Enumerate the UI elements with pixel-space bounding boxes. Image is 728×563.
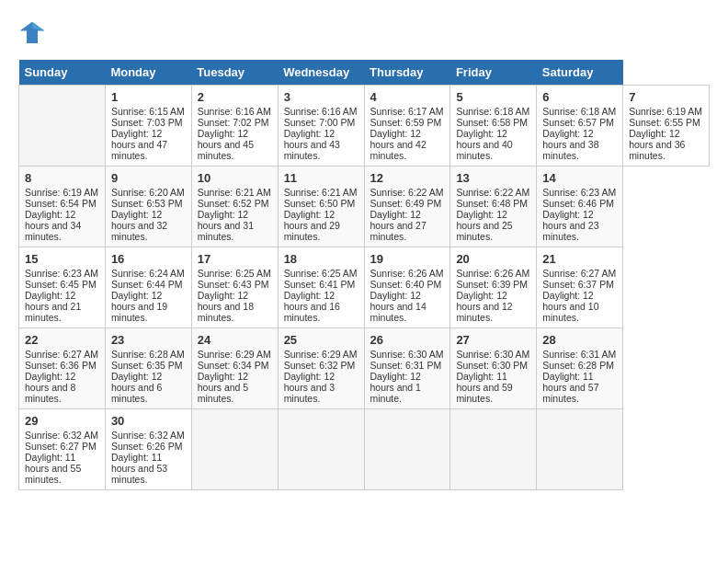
day-number: 3 [284,90,358,104]
sunset-text: Sunset: 6:32 PM [284,360,356,371]
day-header-tuesday: Tuesday [191,60,278,86]
daylight-text: Daylight: 12 hours and 12 minutes. [456,290,512,323]
day-number: 1 [111,90,186,104]
daylight-text: Daylight: 12 hours and 14 minutes. [370,290,427,323]
calendar-cell: 23Sunrise: 6:28 AMSunset: 6:35 PMDayligh… [105,328,191,409]
day-number: 25 [284,333,358,347]
logo [18,18,48,46]
sunrise-text: Sunrise: 6:26 AM [456,268,529,279]
calendar-cell: 18Sunrise: 6:25 AMSunset: 6:41 PMDayligh… [278,247,364,328]
sunset-text: Sunset: 6:37 PM [542,279,614,290]
sunset-text: Sunset: 6:44 PM [111,279,183,290]
page-header [18,18,710,46]
calendar-cell: 12Sunrise: 6:22 AMSunset: 6:49 PMDayligh… [364,167,450,247]
day-number: 8 [25,171,99,185]
sunset-text: Sunset: 6:45 PM [25,279,97,290]
daylight-text: Daylight: 12 hours and 23 minutes. [542,209,598,242]
sunrise-text: Sunrise: 6:30 AM [370,349,444,360]
daylight-text: Daylight: 12 hours and 16 minutes. [284,290,340,323]
day-number: 28 [542,333,617,347]
sunrise-text: Sunrise: 6:22 AM [370,187,444,198]
sunrise-text: Sunrise: 6:15 AM [111,106,185,117]
daylight-text: Daylight: 12 hours and 29 minutes. [284,209,340,242]
calendar-cell: 3Sunrise: 6:16 AMSunset: 7:00 PMDaylight… [278,86,364,167]
calendar-cell: 17Sunrise: 6:25 AMSunset: 6:43 PMDayligh… [191,247,278,328]
daylight-text: Daylight: 12 hours and 42 minutes. [370,128,427,161]
sunset-text: Sunset: 7:00 PM [284,117,356,128]
calendar-cell: 28Sunrise: 6:31 AMSunset: 6:28 PMDayligh… [537,328,623,409]
daylight-text: Daylight: 11 hours and 57 minutes. [542,371,598,404]
day-number: 21 [542,252,617,266]
sunrise-text: Sunrise: 6:18 AM [542,106,616,117]
day-number: 11 [284,171,358,185]
calendar-cell: 7Sunrise: 6:19 AMSunset: 6:55 PMDaylight… [623,86,710,167]
calendar-cell: 10Sunrise: 6:21 AMSunset: 6:52 PMDayligh… [191,167,278,247]
calendar-cell: 2Sunrise: 6:16 AMSunset: 7:02 PMDaylight… [191,86,278,167]
day-number: 5 [456,90,530,104]
calendar-cell: 27Sunrise: 6:30 AMSunset: 6:30 PMDayligh… [450,328,537,409]
sunset-text: Sunset: 6:27 PM [25,441,97,452]
sunrise-text: Sunrise: 6:21 AM [284,187,358,198]
sunset-text: Sunset: 7:03 PM [111,117,183,128]
sunset-text: Sunset: 7:02 PM [198,117,269,128]
day-number: 24 [198,333,272,347]
sunset-text: Sunset: 6:48 PM [456,198,528,209]
calendar-cell [19,86,106,167]
calendar-table: SundayMondayTuesdayWednesdayThursdayFrid… [18,60,710,490]
daylight-text: Daylight: 12 hours and 19 minutes. [111,290,167,323]
calendar-cell: 15Sunrise: 6:23 AMSunset: 6:45 PMDayligh… [19,247,106,328]
calendar-cell: 21Sunrise: 6:27 AMSunset: 6:37 PMDayligh… [537,247,623,328]
daylight-text: Daylight: 12 hours and 8 minutes. [25,371,75,404]
day-number: 14 [542,171,617,185]
day-number: 16 [111,252,186,266]
sunset-text: Sunset: 6:46 PM [542,198,614,209]
daylight-text: Daylight: 12 hours and 31 minutes. [198,209,254,242]
daylight-text: Daylight: 12 hours and 3 minutes. [284,371,335,404]
calendar-cell: 16Sunrise: 6:24 AMSunset: 6:44 PMDayligh… [105,247,191,328]
daylight-text: Daylight: 12 hours and 34 minutes. [25,209,81,242]
sunset-text: Sunset: 6:34 PM [198,360,269,371]
calendar-cell: 14Sunrise: 6:23 AMSunset: 6:46 PMDayligh… [537,167,623,247]
sunset-text: Sunset: 6:50 PM [284,198,356,209]
sunrise-text: Sunrise: 6:26 AM [370,268,444,279]
calendar-cell: 8Sunrise: 6:19 AMSunset: 6:54 PMDaylight… [19,167,106,247]
day-number: 4 [370,90,445,104]
day-number: 2 [198,90,272,104]
calendar-cell: 11Sunrise: 6:21 AMSunset: 6:50 PMDayligh… [278,167,364,247]
week-row-5: 29Sunrise: 6:32 AMSunset: 6:27 PMDayligh… [19,409,710,490]
sunrise-text: Sunrise: 6:19 AM [25,187,98,198]
calendar-cell [278,409,364,490]
calendar-cell [450,409,537,490]
day-number: 9 [111,171,186,185]
sunrise-text: Sunrise: 6:29 AM [198,349,271,360]
sunrise-text: Sunrise: 6:22 AM [456,187,529,198]
sunset-text: Sunset: 6:30 PM [456,360,528,371]
week-row-1: 1Sunrise: 6:15 AMSunset: 7:03 PMDaylight… [19,86,710,167]
day-number: 13 [456,171,530,185]
sunrise-text: Sunrise: 6:31 AM [542,349,616,360]
day-number: 10 [198,171,272,185]
daylight-text: Daylight: 12 hours and 40 minutes. [456,128,512,161]
logo-icon [18,18,46,46]
sunset-text: Sunset: 6:52 PM [198,198,269,209]
sunrise-text: Sunrise: 6:19 AM [629,106,702,117]
day-number: 26 [370,333,445,347]
sunset-text: Sunset: 6:43 PM [198,279,269,290]
daylight-text: Daylight: 12 hours and 47 minutes. [111,128,167,161]
daylight-text: Daylight: 12 hours and 6 minutes. [111,371,162,404]
week-row-4: 22Sunrise: 6:27 AMSunset: 6:36 PMDayligh… [19,328,710,409]
day-header-sunday: Sunday [19,60,106,86]
daylight-text: Daylight: 12 hours and 5 minutes. [198,371,248,404]
sunset-text: Sunset: 6:58 PM [456,117,528,128]
sunrise-text: Sunrise: 6:25 AM [284,268,358,279]
daylight-text: Daylight: 11 hours and 53 minutes. [111,452,167,485]
day-number: 6 [542,90,617,104]
sunrise-text: Sunrise: 6:16 AM [284,106,358,117]
daylight-text: Daylight: 12 hours and 21 minutes. [25,290,81,323]
sunset-text: Sunset: 6:53 PM [111,198,183,209]
day-header-wednesday: Wednesday [278,60,364,86]
sunrise-text: Sunrise: 6:23 AM [542,187,616,198]
sunset-text: Sunset: 6:41 PM [284,279,356,290]
calendar-cell: 24Sunrise: 6:29 AMSunset: 6:34 PMDayligh… [191,328,278,409]
day-number: 30 [111,414,186,428]
